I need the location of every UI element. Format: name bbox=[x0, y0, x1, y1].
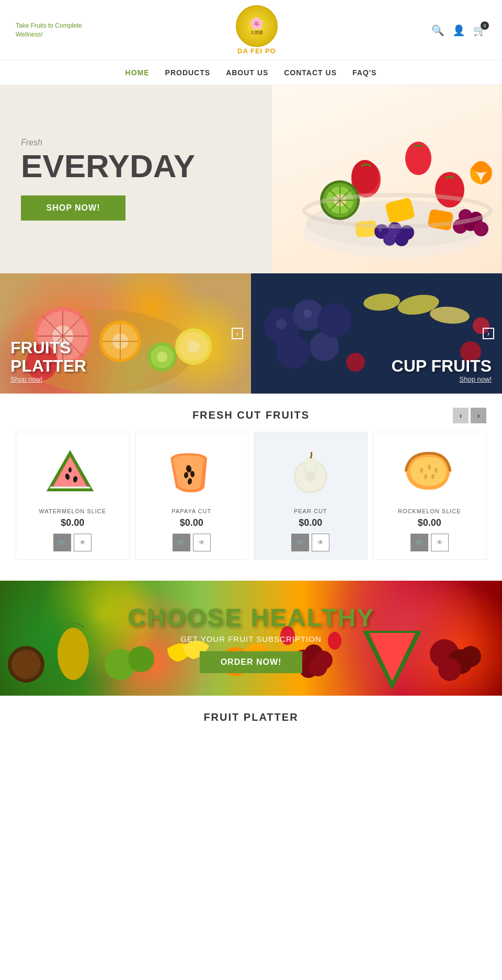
product-papaya: PAPAYA CUT $0.00 🛒 👁 bbox=[135, 432, 249, 560]
nav-about[interactable]: ABOUT US bbox=[226, 68, 268, 77]
svg-point-21 bbox=[395, 233, 408, 246]
svg-point-4 bbox=[405, 142, 431, 175]
tagline-line1: Take Fruits to Complete bbox=[16, 22, 82, 29]
product-name-papaya: PAPAYA CUT bbox=[141, 508, 243, 514]
svg-point-20 bbox=[383, 233, 396, 246]
order-now-button[interactable]: ORDER NOW! bbox=[200, 651, 303, 673]
svg-point-54 bbox=[303, 309, 312, 318]
view-rockmelon[interactable]: 👁 bbox=[431, 534, 449, 551]
svg-point-28 bbox=[474, 222, 488, 236]
hero-right bbox=[272, 85, 502, 273]
tagline-line2: Wellness! bbox=[16, 31, 43, 38]
brand-name: DA FEI PO bbox=[236, 47, 278, 55]
watermelon-image bbox=[21, 440, 124, 503]
view-papaya[interactable]: 👁 bbox=[193, 534, 211, 551]
fruit-platter-title: FRUIT PLATTER bbox=[203, 711, 298, 723]
product-name-pear: PEAR CUT bbox=[259, 508, 362, 514]
svg-point-77 bbox=[304, 457, 317, 474]
product-name-rockmelon: ROCKMELON SLICE bbox=[379, 508, 481, 514]
promo-fruits-platter: FRUITS PLATTER Shop now! › bbox=[0, 273, 251, 394]
product-price-watermelon: $0.00 bbox=[21, 517, 124, 528]
search-icon[interactable]: 🔍 bbox=[431, 24, 444, 37]
promo-right-title: CUP FRUITS bbox=[392, 357, 492, 375]
svg-point-82 bbox=[424, 474, 427, 479]
promo-left-shop[interactable]: Shop now! bbox=[10, 375, 86, 383]
fresh-cut-title: FRESH CUT FRUITS bbox=[192, 409, 310, 421]
logo-circle: 🌸 大肥婆 bbox=[236, 5, 278, 47]
add-to-cart-watermelon[interactable]: 🛒 bbox=[53, 534, 71, 551]
svg-point-83 bbox=[431, 474, 435, 479]
rockmelon-actions: 🛒 👁 bbox=[379, 534, 481, 551]
promo-row: FRUITS PLATTER Shop now! › bbox=[0, 273, 502, 394]
papaya-image bbox=[141, 440, 243, 503]
svg-point-55 bbox=[276, 335, 310, 368]
svg-point-80 bbox=[428, 465, 431, 470]
svg-point-86 bbox=[58, 628, 89, 680]
product-name-watermelon: WATERMELON SLICE bbox=[21, 508, 124, 514]
fruit-platter-section: FRUIT PLATTER bbox=[0, 701, 502, 729]
svg-point-95 bbox=[309, 658, 327, 676]
view-watermelon[interactable]: 👁 bbox=[74, 534, 92, 551]
nav-home[interactable]: HOME bbox=[126, 68, 150, 77]
add-to-cart-pear[interactable]: 🛒 bbox=[291, 534, 309, 551]
section-nav-arrows: ‹ › bbox=[453, 408, 486, 423]
fresh-cut-section-header: FRESH CUT FRUITS ‹ › bbox=[0, 394, 502, 432]
tagline: Take Fruits to Complete Wellness! bbox=[16, 21, 82, 39]
promo-right-arrow[interactable]: › bbox=[483, 328, 494, 339]
svg-point-57 bbox=[317, 303, 352, 338]
view-pear[interactable]: 👁 bbox=[312, 534, 329, 551]
pear-actions: 🛒 👁 bbox=[259, 534, 362, 551]
svg-point-79 bbox=[420, 468, 423, 473]
choose-healthy-banner: CHOOSE HEALTHY GET YOUR FRUIT SUBSCRIPTI… bbox=[0, 581, 502, 696]
promo-right-content: CUP FRUITS Shop now! bbox=[392, 357, 492, 383]
cart-wrapper[interactable]: 🛒 0 bbox=[473, 24, 486, 37]
product-watermelon: WATERMELON SLICE $0.00 🛒 👁 bbox=[16, 432, 130, 560]
hero-left: Fresh EVERYDAY SHOP NOW! bbox=[0, 85, 272, 273]
svg-point-45 bbox=[157, 352, 167, 362]
next-arrow[interactable]: › bbox=[471, 408, 486, 423]
product-price-pear: $0.00 bbox=[259, 517, 362, 528]
hero-title: EVERYDAY bbox=[21, 150, 251, 182]
nav-faqs[interactable]: FAQ'S bbox=[352, 68, 376, 77]
svg-point-88 bbox=[128, 646, 154, 672]
svg-point-78 bbox=[305, 471, 316, 482]
papaya-actions: 🛒 👁 bbox=[141, 534, 243, 551]
svg-point-98 bbox=[438, 658, 461, 681]
promo-right-shop[interactable]: Shop now! bbox=[392, 375, 492, 383]
svg-point-99 bbox=[460, 646, 481, 667]
svg-point-64 bbox=[346, 353, 365, 372]
shop-now-button[interactable]: SHOP NOW! bbox=[21, 195, 126, 221]
pear-image bbox=[259, 440, 362, 503]
rockmelon-image bbox=[379, 440, 481, 503]
svg-point-52 bbox=[276, 319, 287, 329]
logo[interactable]: 🌸 大肥婆 DA FEI PO bbox=[236, 5, 278, 55]
main-nav: HOME PRODUCTS ABOUT US CONTACT US FAQ'S bbox=[0, 60, 502, 85]
svg-point-69 bbox=[69, 467, 72, 472]
watermelon-actions: 🛒 👁 bbox=[21, 534, 124, 551]
add-to-cart-papaya[interactable]: 🛒 bbox=[173, 534, 190, 551]
product-pear: PEAR CUT $0.00 🛒 👁 bbox=[254, 432, 368, 560]
promo-left-content: FRUITS PLATTER Shop now! bbox=[10, 339, 86, 383]
choose-healthy-subtitle: GET YOUR FRUIT SUBSCRIPTION bbox=[180, 635, 322, 643]
product-price-rockmelon: $0.00 bbox=[379, 517, 481, 528]
product-rockmelon: ROCKMELON SLICE $0.00 🛒 👁 bbox=[373, 432, 487, 560]
cart-badge: 0 bbox=[481, 21, 489, 30]
user-icon[interactable]: 👤 bbox=[452, 24, 465, 37]
hero-fruit-image bbox=[272, 85, 502, 273]
svg-point-81 bbox=[435, 468, 438, 473]
header-icons: 🔍 👤 🛒 0 bbox=[431, 24, 486, 37]
add-to-cart-rockmelon[interactable]: 🛒 bbox=[410, 534, 428, 551]
svg-point-85 bbox=[12, 650, 41, 679]
svg-point-101 bbox=[328, 632, 341, 650]
promo-left-arrow[interactable]: › bbox=[232, 328, 243, 339]
nav-contact[interactable]: CONTACT US bbox=[284, 68, 337, 77]
hero-banner: Fresh EVERYDAY SHOP NOW! bbox=[0, 85, 502, 273]
top-bar: Take Fruits to Complete Wellness! 🌸 大肥婆 … bbox=[0, 0, 502, 60]
products-grid: WATERMELON SLICE $0.00 🛒 👁 PAPAYA CUT $0… bbox=[0, 432, 502, 575]
choose-healthy-title: CHOOSE HEALTHY bbox=[128, 603, 374, 632]
svg-point-49 bbox=[187, 340, 200, 353]
nav-products[interactable]: PRODUCTS bbox=[165, 68, 211, 77]
prev-arrow[interactable]: ‹ bbox=[453, 408, 469, 423]
promo-cup-fruits: CUP FRUITS Shop now! › bbox=[251, 273, 502, 394]
hero-subtitle: Fresh bbox=[21, 138, 251, 147]
